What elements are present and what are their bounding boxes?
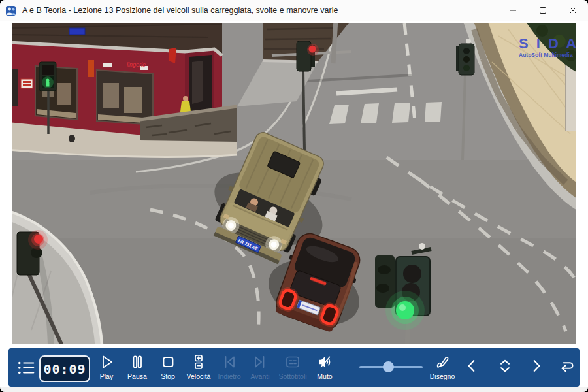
app-icon (6, 5, 17, 16)
return-arrow-icon (557, 357, 576, 375)
pause-icon (129, 353, 146, 370)
wall-sign (21, 79, 33, 88)
app-window: A e B Teoria - Lezione 13 Posizione dei … (0, 0, 588, 392)
maximize-button[interactable] (528, 0, 558, 21)
list-menu-icon (16, 359, 36, 377)
timer-display: 00:09 (39, 355, 90, 382)
mute-icon (316, 353, 333, 370)
draw-button[interactable]: Disegno (423, 352, 462, 380)
mute-button[interactable]: Muto (305, 352, 344, 380)
minimize-button[interactable] (498, 0, 528, 21)
sida-logo: S I D A AutoSoft Multimedia (519, 35, 576, 58)
pen-draw-icon (434, 353, 451, 371)
nav-left-button[interactable] (458, 356, 485, 376)
window-title: A e B Teoria - Lezione 13 Posizione dei … (22, 6, 338, 15)
video-player-view: S I D A AutoSoft Multimedia (12, 23, 576, 344)
sida-logo-subtext: AutoSoft Multimedia (519, 52, 573, 58)
chevron-up-down-icon (495, 357, 515, 375)
shop-flag (169, 48, 176, 63)
volume-slider[interactable] (359, 361, 423, 373)
menu-button[interactable] (12, 356, 41, 380)
shop-banner (88, 60, 94, 77)
nav-updown-button[interactable] (491, 356, 519, 376)
skip-forward-icon (252, 353, 269, 370)
player-toolbar: 00:09 Play Pausa Stop Velocità Indietro (8, 348, 580, 387)
return-button[interactable] (552, 356, 581, 376)
street-bin (69, 135, 75, 142)
titlebar: A e B Teoria - Lezione 13 Posizione dei … (0, 0, 588, 21)
stop-icon (159, 353, 176, 370)
close-button[interactable] (558, 0, 588, 21)
window-bottom-edge (0, 387, 588, 392)
street-pole (333, 23, 336, 63)
roof-sign (69, 28, 85, 35)
chevron-right-icon (527, 357, 546, 375)
chevron-left-icon (463, 357, 481, 375)
shop-building: lingerie (12, 23, 237, 142)
shop-window-b (97, 70, 153, 125)
play-icon (98, 353, 115, 370)
intersection-scene: S I D A AutoSoft Multimedia (12, 23, 576, 344)
shop-neon-sign: lingerie (127, 61, 146, 68)
sida-logo-text: S I D A (519, 35, 576, 52)
volume-slider-thumb[interactable] (383, 361, 394, 372)
timer-value: 00:09 (43, 361, 86, 377)
nav-right-button[interactable] (523, 356, 550, 376)
subtitles-icon (284, 353, 301, 370)
skip-back-icon (221, 353, 238, 370)
speed-plus-minus-icon (190, 353, 207, 370)
